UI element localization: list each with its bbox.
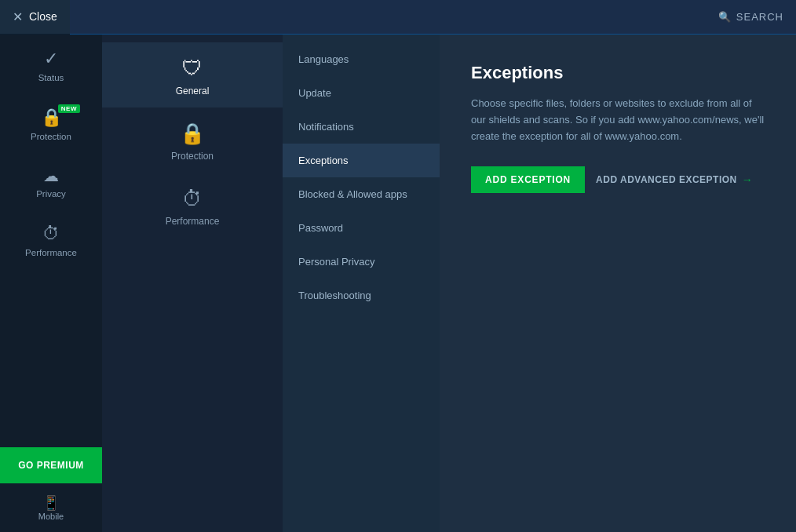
category-performance-label: Performance <box>166 216 220 227</box>
category-protection-label: Protection <box>171 151 214 162</box>
menu-item-notifications[interactable]: Notifications <box>283 110 440 144</box>
add-exception-button[interactable]: ADD EXCEPTION <box>471 166 585 193</box>
sidebar-item-status-label: Status <box>38 73 64 82</box>
menu-notifications-label: Notifications <box>298 121 354 133</box>
menu-languages-label: Languages <box>298 53 349 65</box>
add-advanced-exception-button[interactable]: ADD ADVANCED EXCEPTION → <box>596 173 753 186</box>
close-icon: ✕ <box>13 9 23 24</box>
menu-personal-privacy-label: Personal Privacy <box>298 256 375 268</box>
menu-update-label: Update <box>298 87 331 99</box>
category-protection[interactable]: 🔒 Protection <box>102 107 283 173</box>
categories-panel: 🛡 General 🔒 Protection ⏱ Performance <box>102 35 283 532</box>
protection-category-icon: 🔒 <box>180 122 205 146</box>
title-bar: ✕ Close 🔍 SEARCH <box>0 0 796 35</box>
content-title: Exceptions <box>471 63 765 83</box>
general-category-icon: 🛡 <box>182 56 203 81</box>
sidebar-item-privacy[interactable]: ☁ Privacy <box>0 152 102 210</box>
sidebar-item-privacy-label: Privacy <box>36 189 66 199</box>
close-button[interactable]: ✕ Close <box>0 0 70 35</box>
menu-item-password[interactable]: Password <box>283 211 440 245</box>
mobile-label: Mobile <box>38 512 64 521</box>
sidebar-item-mobile[interactable]: 📱 Mobile <box>0 483 102 532</box>
menu-item-personal-privacy[interactable]: Personal Privacy <box>283 245 440 279</box>
privacy-icon: ☁ <box>43 166 59 185</box>
status-icon: ✓ <box>44 49 58 69</box>
search-button[interactable]: 🔍 SEARCH <box>718 11 783 23</box>
performance-icon: ⏱ <box>42 224 60 244</box>
title-bar-left: ✕ Close <box>0 0 70 35</box>
menu-item-update[interactable]: Update <box>283 76 440 110</box>
search-label: SEARCH <box>736 11 783 23</box>
go-premium-label: GO PREMIUM <box>18 460 84 471</box>
menu-exceptions-label: Exceptions <box>298 155 349 166</box>
category-general-label: General <box>176 86 210 97</box>
new-badge: NEW <box>58 104 80 113</box>
sidebar-item-protection[interactable]: NEW 🔒 Protection <box>0 93 102 152</box>
menu-password-label: Password <box>298 222 343 234</box>
sidebar: ✓ Status NEW 🔒 Protection ☁ Privacy ⏱ Pe… <box>0 35 102 532</box>
search-icon: 🔍 <box>718 11 732 23</box>
close-label: Close <box>29 10 57 23</box>
category-performance[interactable]: ⏱ Performance <box>102 173 283 238</box>
sidebar-item-performance-label: Performance <box>25 248 77 257</box>
sidebar-item-protection-label: Protection <box>31 132 71 141</box>
add-advanced-label: ADD ADVANCED EXCEPTION <box>596 174 737 185</box>
sidebar-item-performance[interactable]: ⏱ Performance <box>0 210 102 268</box>
menu-item-exceptions[interactable]: Exceptions <box>283 144 440 177</box>
menu-item-languages[interactable]: Languages <box>283 42 440 76</box>
go-premium-button[interactable]: GO PREMIUM <box>0 447 102 483</box>
mobile-icon: 📱 <box>42 494 60 512</box>
performance-category-icon: ⏱ <box>182 187 203 211</box>
menu-item-troubleshooting[interactable]: Troubleshooting <box>283 279 440 312</box>
sidebar-item-status[interactable]: ✓ Status <box>0 35 102 93</box>
menu-troubleshooting-label: Troubleshooting <box>298 290 371 301</box>
action-buttons: ADD EXCEPTION ADD ADVANCED EXCEPTION → <box>471 166 765 193</box>
menu-panel: Languages Update Notifications Exception… <box>283 35 440 532</box>
content-description: Choose specific files, folders or websit… <box>471 96 765 144</box>
arrow-icon: → <box>742 173 754 186</box>
menu-blocked-allowed-label: Blocked & Allowed apps <box>298 188 407 200</box>
content-area: Exceptions Choose specific files, folder… <box>440 35 796 532</box>
main-container: ✓ Status NEW 🔒 Protection ☁ Privacy ⏱ Pe… <box>0 35 796 532</box>
menu-item-blocked-allowed[interactable]: Blocked & Allowed apps <box>283 177 440 211</box>
category-general[interactable]: 🛡 General <box>102 42 283 107</box>
